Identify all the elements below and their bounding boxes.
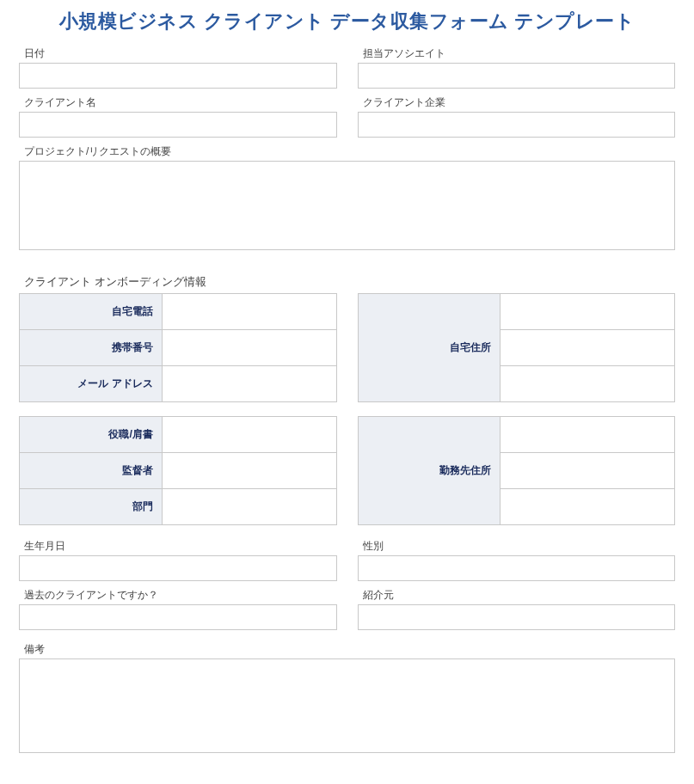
onboarding-header: クライアント オンボーディング情報: [24, 274, 679, 290]
referral-input[interactable]: [358, 604, 676, 630]
supervisor-input[interactable]: [163, 453, 336, 488]
home-address-input-3[interactable]: [501, 366, 674, 401]
supervisor-label: 監督者: [20, 453, 163, 489]
project-summary-label: プロジェクト/リクエストの概要: [19, 144, 675, 159]
notes-input[interactable]: [19, 658, 675, 753]
gender-input[interactable]: [358, 555, 676, 581]
home-address-label: 自宅住所: [358, 294, 501, 402]
department-label: 部門: [20, 489, 163, 525]
form-title: 小規模ビジネス クライアント データ収集フォーム テンプレート: [15, 9, 679, 34]
gender-label: 性別: [358, 539, 676, 554]
dob-label: 生年月日: [19, 539, 337, 554]
department-input[interactable]: [163, 489, 336, 524]
past-client-input[interactable]: [19, 604, 337, 630]
associate-label: 担当アソシエイト: [358, 46, 676, 61]
associate-input[interactable]: [358, 63, 676, 89]
date-label: 日付: [19, 46, 337, 61]
project-summary-input[interactable]: [19, 161, 675, 250]
client-name-input[interactable]: [19, 112, 337, 138]
mobile-input[interactable]: [163, 330, 336, 365]
client-company-input[interactable]: [358, 112, 676, 138]
past-client-label: 過去のクライアントですか？: [19, 588, 337, 603]
home-phone-input[interactable]: [163, 294, 336, 329]
email-input[interactable]: [163, 366, 336, 401]
work-table: 役職/肩書 監督者 部門: [19, 416, 337, 525]
home-address-input-2[interactable]: [501, 330, 674, 365]
home-phone-label: 自宅電話: [20, 294, 163, 330]
contact-table: 自宅電話 携帯番号 メール アドレス: [19, 293, 337, 402]
title-position-label: 役職/肩書: [20, 417, 163, 453]
work-address-input-2[interactable]: [501, 453, 674, 488]
notes-label: 備考: [19, 642, 675, 657]
client-company-label: クライアント企業: [358, 95, 676, 110]
work-address-input-1[interactable]: [501, 417, 674, 452]
home-address-input-1[interactable]: [501, 294, 674, 329]
title-position-input[interactable]: [163, 417, 336, 452]
work-address-label: 勤務先住所: [358, 417, 501, 525]
mobile-label: 携帯番号: [20, 330, 163, 366]
email-label: メール アドレス: [20, 366, 163, 402]
dob-input[interactable]: [19, 555, 337, 581]
referral-label: 紹介元: [358, 588, 676, 603]
work-address-input-3[interactable]: [501, 489, 674, 524]
date-input[interactable]: [19, 63, 337, 89]
work-address-table: 勤務先住所: [358, 416, 676, 525]
client-name-label: クライアント名: [19, 95, 337, 110]
home-address-table: 自宅住所: [358, 293, 676, 402]
